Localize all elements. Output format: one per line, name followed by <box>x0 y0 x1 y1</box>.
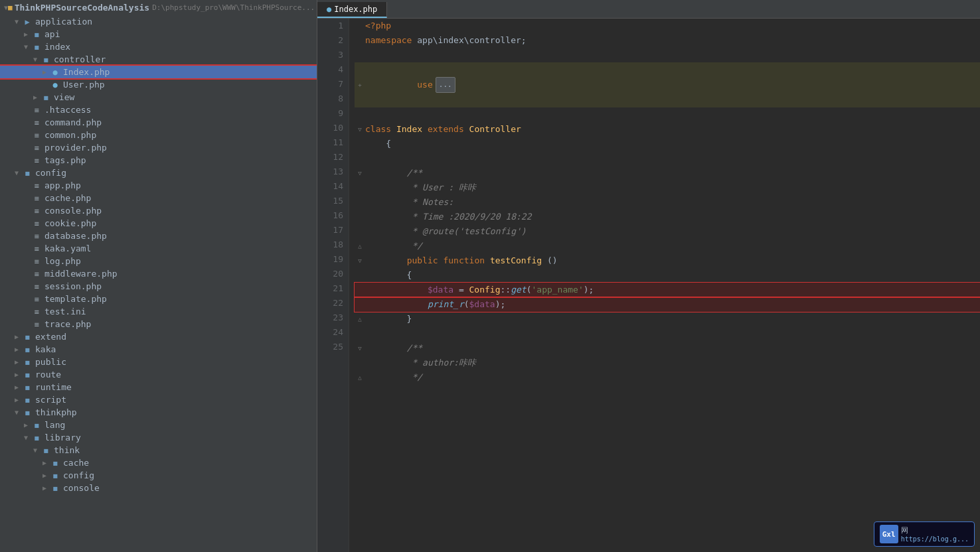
fold-21[interactable]: △ <box>355 312 365 326</box>
cache-php-label: cache.php <box>44 193 91 203</box>
sidebar-item-user-php[interactable]: ● User.php <box>0 78 317 91</box>
line-num-22: 22 <box>323 296 343 310</box>
line-num-18: 18 <box>323 238 343 252</box>
sidebar-item-console-php[interactable]: ≡ console.php <box>0 204 317 217</box>
line-num-12: 12 <box>323 150 343 165</box>
extend-arrow: ▶ <box>12 333 21 340</box>
sidebar-item-thinkphp[interactable]: ▼ ◼ thinkphp <box>0 406 317 419</box>
code-line-22 <box>355 326 980 341</box>
line-num-23: 23 <box>323 310 343 325</box>
line-num-16: 16 <box>323 208 343 223</box>
log-php-icon: ≡ <box>31 257 42 266</box>
fold-16[interactable]: △ <box>355 239 365 253</box>
test-ini-icon: ≡ <box>31 307 42 316</box>
index-label: index <box>44 42 70 52</box>
controller-arrow: ▼ <box>31 56 40 63</box>
watermark-info: 网 https://blog.g... <box>901 525 969 543</box>
line-num-21: 21 <box>323 281 343 296</box>
sidebar-item-public[interactable]: ▶ ◼ public <box>0 356 317 368</box>
code-line-15: * @route('testConfig') <box>355 224 980 239</box>
fold-11[interactable]: ▽ <box>355 166 365 180</box>
line-num-11: 11 <box>323 135 343 150</box>
controller-folder-icon: ◼ <box>40 55 52 64</box>
lang-label: lang <box>44 420 65 430</box>
file-tree-sidebar[interactable]: ▼ ■ ThinkPHPSourceCodeAnalysis D:\phpstu… <box>0 0 317 552</box>
code-area[interactable]: 1 2 3 4 7 8 9 10 11 12 13 14 15 16 17 18… <box>317 19 980 552</box>
tab-index-php[interactable]: ● Index.php <box>317 2 387 18</box>
code-line-1: <?php <box>355 19 980 33</box>
common-php-label: common.php <box>44 130 96 140</box>
view-folder-icon: ◼ <box>40 93 52 102</box>
fold-17[interactable]: ▽ <box>355 253 365 268</box>
sidebar-item-session-php[interactable]: ≡ session.php <box>0 280 317 293</box>
index-folder-icon: ◼ <box>31 42 42 52</box>
fold-8[interactable]: ▽ <box>355 122 365 137</box>
project-path: D:\phpstudy_pro\WWW\ThinkPHPSource... <box>152 3 315 12</box>
project-folder-icon: ■ <box>8 3 13 12</box>
code-line-20: print_r($data); <box>355 297 980 312</box>
sidebar-item-provider-php[interactable]: ≡ provider.php <box>0 141 317 154</box>
sidebar-item-test-ini[interactable]: ≡ test.ini <box>0 305 317 318</box>
line-num-15: 15 <box>323 194 343 208</box>
code-line-10 <box>355 151 980 166</box>
sidebar-item-lang[interactable]: ▶ ◼ lang <box>0 419 317 431</box>
sidebar-item-log-php[interactable]: ≡ log.php <box>0 255 317 267</box>
code-content[interactable]: <?php namespace app\index\controller; + … <box>349 19 980 552</box>
sidebar-item-kaka-yaml[interactable]: ≡ kaka.yaml <box>0 242 317 255</box>
route-folder-icon: ◼ <box>21 370 33 380</box>
sidebar-item-cache[interactable]: ▶ ◼ cache <box>0 456 317 469</box>
sidebar-item-think[interactable]: ▼ ◼ think <box>0 444 317 456</box>
fold-4[interactable]: + <box>355 78 365 92</box>
script-folder-icon: ◼ <box>21 395 33 405</box>
sidebar-item-database-php[interactable]: ≡ database.php <box>0 230 317 242</box>
sidebar-item-cache-php[interactable]: ≡ cache.php <box>0 192 317 204</box>
sidebar-item-view[interactable]: ▶ ◼ view <box>0 91 317 104</box>
project-root[interactable]: ▼ ■ ThinkPHPSourceCodeAnalysis D:\phpstu… <box>0 0 317 15</box>
sidebar-item-runtime[interactable]: ▶ ◼ runtime <box>0 381 317 393</box>
sidebar-item-index[interactable]: ▼ ◼ index <box>0 40 317 53</box>
sidebar-item-library[interactable]: ▼ ◼ library <box>0 431 317 444</box>
sidebar-item-application[interactable]: ▼ ▶ application <box>0 15 317 28</box>
sidebar-item-controller[interactable]: ▼ ◼ controller <box>0 53 317 66</box>
code-text-4: use ... <box>365 62 980 107</box>
script-label: script <box>35 395 66 405</box>
public-folder-icon: ◼ <box>21 358 33 367</box>
line-numbers: 1 2 3 4 7 8 9 10 11 12 13 14 15 16 17 18… <box>317 19 349 552</box>
code-line-16: △ */ <box>355 239 980 253</box>
sidebar-item-app-php[interactable]: ≡ app.php <box>0 179 317 192</box>
config-arrow: ▼ <box>12 169 21 176</box>
sidebar-item-think-config[interactable]: ▶ ◼ config <box>0 469 317 482</box>
watermark-url: https://blog.g... <box>901 535 969 543</box>
sidebar-item-script[interactable]: ▶ ◼ script <box>0 393 317 406</box>
sidebar-item-think-console[interactable]: ▶ ◼ console <box>0 482 317 494</box>
sidebar-item-command-php[interactable]: ≡ command.php <box>0 116 317 129</box>
session-php-icon: ≡ <box>31 282 42 291</box>
sidebar-item-tags-php[interactable]: ≡ tags.php <box>0 154 317 167</box>
route-arrow: ▶ <box>12 371 21 378</box>
sidebar-item-common-php[interactable]: ≡ common.php <box>0 129 317 141</box>
tab-index-php-icon: ● <box>327 5 331 14</box>
sidebar-item-kaka[interactable]: ▶ ◼ kaka <box>0 343 317 356</box>
sidebar-item-route[interactable]: ▶ ◼ route <box>0 368 317 381</box>
sidebar-item-extend[interactable]: ▶ ◼ extend <box>0 330 317 343</box>
fold-25[interactable]: △ <box>355 370 365 385</box>
sidebar-item-template-php[interactable]: ≡ template.php <box>0 293 317 305</box>
extend-label: extend <box>35 332 66 342</box>
sidebar-item-trace-php[interactable]: ≡ trace.php <box>0 318 317 330</box>
htaccess-icon: ≡ <box>31 105 42 115</box>
code-text-24: * author:咔咔 <box>365 356 980 370</box>
sidebar-item-htaccess[interactable]: ≡ .htaccess <box>0 104 317 116</box>
tab-index-php-label: Index.php <box>334 5 377 14</box>
sidebar-item-config[interactable]: ▼ ◼ config <box>0 167 317 179</box>
think-label: think <box>54 445 80 455</box>
sidebar-item-api[interactable]: ▶ ◼ api <box>0 28 317 40</box>
sidebar-item-cookie-php[interactable]: ≡ cookie.php <box>0 217 317 230</box>
sidebar-item-middleware-php[interactable]: ≡ middleware.php <box>0 267 317 280</box>
tags-php-label: tags.php <box>44 155 86 165</box>
code-line-12: * User : 咔咔 <box>355 180 980 195</box>
code-text-19: $data = Config::get('app_name'); <box>365 283 980 297</box>
fold-23[interactable]: ▽ <box>355 341 365 356</box>
sidebar-item-index-php[interactable]: ▶ ● Index.php <box>0 66 317 78</box>
htaccess-label: .htaccess <box>44 105 91 115</box>
line-num-7: 7 <box>323 77 343 92</box>
